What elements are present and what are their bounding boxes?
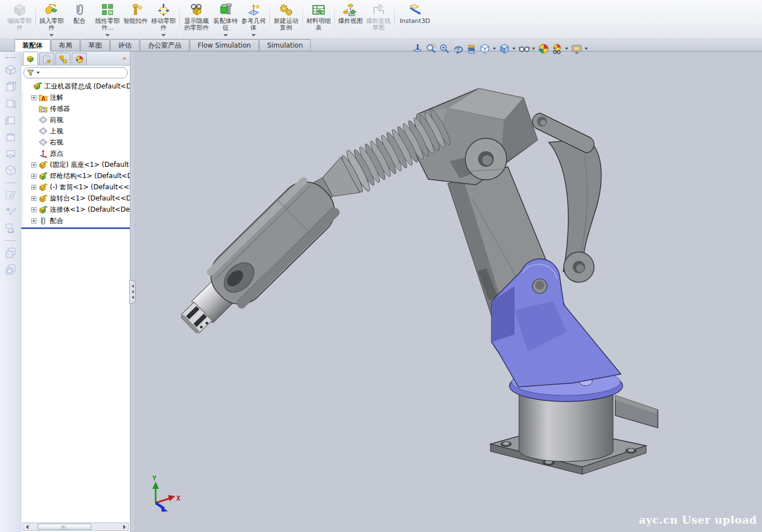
featuremanager-tab[interactable] <box>23 52 38 65</box>
tab-layout[interactable]: 布局 <box>51 39 80 51</box>
tab-assembly[interactable]: 装配体 <box>15 39 50 51</box>
model-forearm-body[interactable] <box>169 171 345 346</box>
model-curved-link[interactable] <box>549 139 601 282</box>
tree-item-top-plane[interactable]: 上视 <box>22 125 130 137</box>
edit-component-button[interactable]: 编辑零部件 <box>6 1 34 38</box>
convert-entities-icon[interactable] <box>4 222 17 235</box>
tree-item-mates[interactable]: 配合 <box>22 215 130 226</box>
zoom-to-fit-button[interactable] <box>412 43 424 55</box>
zoom-to-area-button[interactable] <box>425 43 437 55</box>
tab-evaluate[interactable]: 评估 <box>110 39 139 51</box>
model-hinge-lug[interactable] <box>465 138 507 180</box>
view-cube-icon[interactable] <box>4 80 17 94</box>
displaymanager-tab[interactable] <box>72 53 87 65</box>
bill-of-materials-button[interactable]: 材料明细表 <box>305 1 333 38</box>
tab-sketch[interactable]: 草图 <box>81 39 110 51</box>
zoom-in-out-button[interactable] <box>438 43 451 55</box>
tree-item-connector-component[interactable]: 连接体<1> (Default<Defaul <box>22 204 130 215</box>
tab-office-products[interactable]: 办公室产品 <box>140 39 189 51</box>
part-icon <box>39 194 48 203</box>
sketch-icon[interactable] <box>4 188 17 202</box>
view-cube-icon[interactable] <box>4 130 17 144</box>
section-view-button[interactable] <box>465 43 478 55</box>
expand-toggle[interactable] <box>31 162 36 167</box>
scroll-left-arrow[interactable] <box>23 523 31 530</box>
show-hidden-components-button[interactable]: 显示隐藏的零部件 <box>181 1 212 38</box>
reference-geometry-button[interactable]: 参考几何体 <box>240 1 268 38</box>
panel-splitter[interactable] <box>130 52 136 532</box>
view-cube-icon[interactable] <box>4 147 17 161</box>
panel-overflow-chevron[interactable]: » <box>122 54 127 62</box>
view-settings-button[interactable] <box>551 43 563 55</box>
toolbar-grip[interactable] <box>5 57 16 58</box>
insert-component-button[interactable]: 插入零部件 <box>38 1 66 38</box>
expand-toggle[interactable] <box>31 174 36 179</box>
filter-caret-icon[interactable] <box>36 72 40 74</box>
view-cube-icon[interactable] <box>4 97 17 110</box>
tree-item-sensors[interactable]: 传感器 <box>22 103 130 114</box>
dropdown-caret-icon[interactable] <box>532 48 535 50</box>
tree-item-right-plane[interactable]: 右视 <box>22 137 130 148</box>
instant3d-button[interactable]: Instant3D <box>396 1 433 38</box>
isometric-view-icon[interactable] <box>4 164 17 178</box>
mate-button[interactable]: 配合 <box>66 1 94 38</box>
scrollbar-thumb[interactable] <box>38 524 91 530</box>
tree-item-origin[interactable]: 原点 <box>22 148 130 159</box>
dropdown-caret-icon[interactable] <box>493 48 496 50</box>
displaymanager-icon <box>74 55 85 64</box>
apply-scene-button[interactable] <box>537 43 550 55</box>
tree-item-annotations[interactable]: A 注解 <box>22 92 130 103</box>
tree-filter-input[interactable] <box>24 67 128 78</box>
expand-toggle[interactable] <box>31 218 36 223</box>
panel-collapse-handle[interactable] <box>129 280 135 304</box>
configurationmanager-tab[interactable] <box>55 53 71 65</box>
view-orientation-button[interactable] <box>479 43 491 55</box>
view-cube-icon[interactable] <box>4 114 17 127</box>
tree-item-sleeve-component[interactable]: (-) 套筒<1> (Default<<Def <box>22 181 130 193</box>
tree-item-rotary-table-component[interactable]: 旋转台<1> (Default<<Defa <box>22 193 130 204</box>
new-motion-study-button[interactable]: 新建运动算例 <box>272 1 301 38</box>
tree-item-welding-gun-component[interactable]: 焊枪结构<1> (Default<Defa <box>22 170 130 181</box>
new-motion-study-icon <box>279 3 293 17</box>
copy-stack-icon[interactable] <box>4 263 17 276</box>
tree-item-base-component[interactable]: (固定) 底座<1> (Default<<D <box>22 159 130 170</box>
model-base-wedge[interactable] <box>615 395 658 428</box>
view-cube-icon[interactable] <box>4 63 17 77</box>
assembly-features-button[interactable]: 装配体特征 <box>212 1 240 38</box>
add-sketch-icon[interactable] <box>4 205 17 218</box>
dropdown-caret-icon[interactable] <box>161 34 166 36</box>
propertymanager-tab[interactable] <box>39 53 54 65</box>
smart-fasteners-button[interactable]: 智能扣件 <box>121 1 149 38</box>
dropdown-caret-icon[interactable] <box>251 34 256 36</box>
tree-item-front-plane[interactable]: 前视 <box>22 114 130 125</box>
expand-toggle[interactable] <box>31 207 36 212</box>
smart-fasteners-icon <box>128 3 143 17</box>
display-style-button[interactable] <box>498 43 511 55</box>
graphics-viewport[interactable]: Y X ayc.cn User upload <box>136 52 762 532</box>
expand-toggle[interactable] <box>31 196 36 201</box>
plane-icon <box>39 115 48 124</box>
dropdown-caret-icon[interactable] <box>223 34 228 36</box>
robot-arm-model[interactable]: Y X <box>136 52 762 532</box>
dropdown-caret-icon[interactable] <box>105 34 110 36</box>
expand-toggle[interactable] <box>31 185 36 190</box>
explode-line-sketch-button[interactable]: 爆炸直线草图 <box>364 1 392 38</box>
scroll-right-arrow[interactable] <box>120 523 128 530</box>
tab-flow-simulation[interactable]: Flow Simulation <box>190 39 259 51</box>
tab-simulation[interactable]: Simulation <box>259 39 311 51</box>
dropdown-caret-icon[interactable] <box>565 48 568 50</box>
camera-view-button[interactable] <box>571 43 583 55</box>
tree-item-root[interactable]: 工业机器臂总成 (Default<Defa <box>22 81 130 92</box>
panel-horizontal-scrollbar[interactable] <box>22 522 129 531</box>
exploded-view-button[interactable]: 爆炸视图 <box>336 1 364 38</box>
linear-component-pattern-button[interactable]: 线性零部件... <box>94 1 121 38</box>
explode-line-sketch-icon <box>371 3 386 17</box>
rotate-view-button[interactable] <box>452 43 464 55</box>
dropdown-caret-icon[interactable] <box>585 48 588 50</box>
dropdown-caret-icon[interactable] <box>49 34 54 36</box>
copy-stack-icon[interactable] <box>4 246 17 259</box>
dropdown-caret-icon[interactable] <box>512 48 516 50</box>
hide-show-items-button[interactable] <box>518 43 530 55</box>
move-component-button[interactable]: 移动零部件 <box>149 1 177 38</box>
expand-toggle[interactable] <box>31 95 36 100</box>
